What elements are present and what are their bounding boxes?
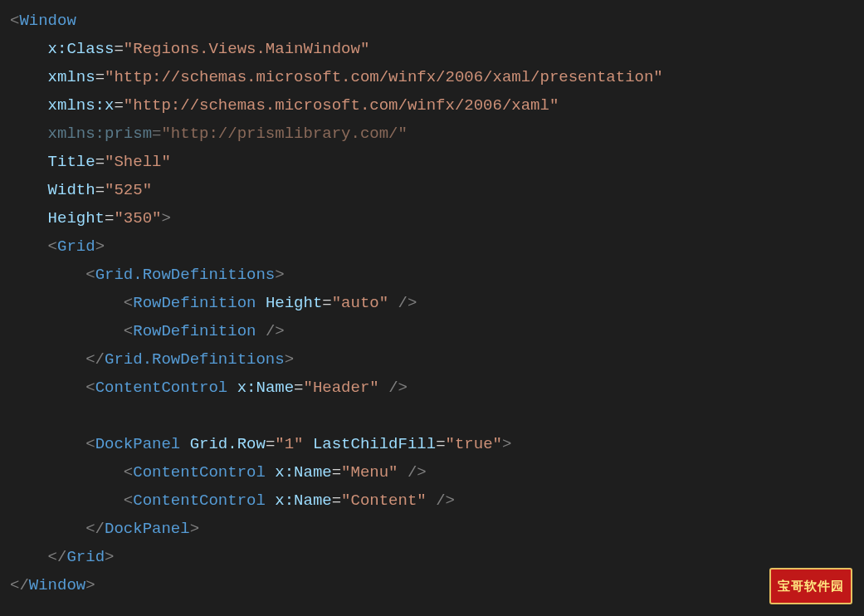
code-line: xmlns:prism="http://prismlibrary.com/": [10, 120, 864, 148]
code-line: Height="350">: [10, 204, 864, 232]
code-line: <Window: [10, 7, 864, 35]
code-line: </Grid>: [10, 543, 864, 571]
code-line: <ContentControl x:Name="Menu" />: [10, 458, 864, 486]
code-editor[interactable]: <Window x:Class="Regions.Views.MainWindo…: [10, 7, 864, 599]
code-line: <Grid.RowDefinitions>: [10, 261, 864, 289]
code-line: </Window>: [10, 571, 864, 599]
code-line: xmlns:x="http://schemas.microsoft.com/wi…: [10, 91, 864, 120]
code-line: <RowDefinition Height="auto" />: [10, 289, 864, 317]
code-line: Width="525": [10, 176, 864, 204]
code-line: Title="Shell": [10, 148, 864, 176]
code-line: <DockPanel Grid.Row="1" LastChildFill="t…: [10, 430, 864, 458]
code-line: <RowDefinition />: [10, 317, 864, 345]
code-line: <ContentControl x:Name="Header" />: [10, 374, 864, 402]
code-line: </DockPanel>: [10, 515, 864, 543]
code-line: x:Class="Regions.Views.MainWindow": [10, 35, 864, 63]
code-line: <Grid>: [10, 232, 864, 261]
watermark-badge: 宝哥软件园: [769, 568, 852, 604]
code-line: </Grid.RowDefinitions>: [10, 345, 864, 374]
code-line: [10, 402, 864, 430]
code-line: xmlns="http://schemas.microsoft.com/winf…: [10, 63, 864, 91]
code-line: <ContentControl x:Name="Content" />: [10, 486, 864, 515]
